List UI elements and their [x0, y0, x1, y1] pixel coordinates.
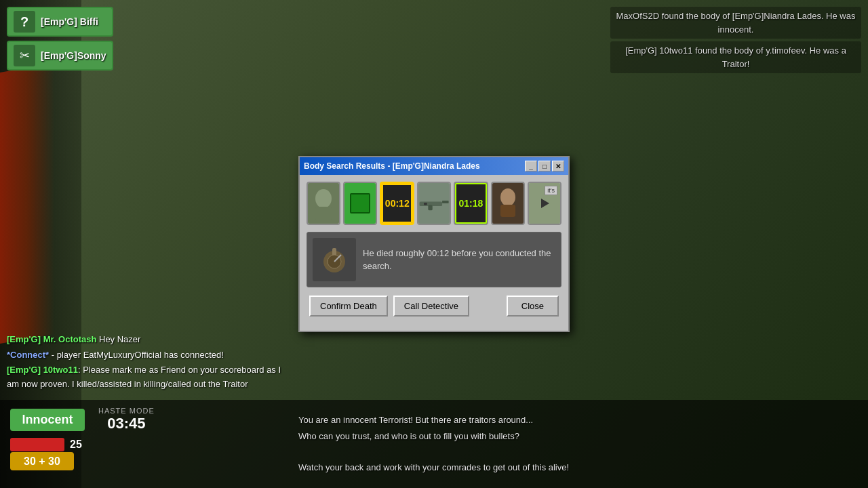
modal-controls: _ □ ✕: [525, 161, 564, 171]
evidence-card-suspect[interactable]: [491, 182, 525, 225]
death-desc-text: He died roughly 00:12 before you conduct…: [363, 247, 555, 273]
svg-rect-3: [442, 201, 449, 203]
evidence-strip: 00:12: [307, 182, 561, 225]
evidence-card-team[interactable]: [343, 182, 377, 225]
modal-buttons-row: Confirm Death Call Detective Close: [307, 296, 561, 317]
ev-video-display: it's: [529, 183, 560, 224]
confirm-death-button[interactable]: Confirm Death: [309, 296, 388, 317]
svg-point-0: [315, 189, 332, 208]
ev-time-value: 00:12: [385, 198, 410, 209]
svg-point-6: [500, 188, 515, 206]
death-info-box: He died roughly 00:12 before you conduct…: [307, 232, 561, 287]
modal-body: 00:12: [300, 175, 568, 323]
modal-title: Body Search Results - [Emp'G]Niandra Lad…: [304, 161, 480, 171]
svg-marker-8: [541, 199, 549, 208]
ev-time-display: 00:12: [382, 184, 412, 223]
ev-lastseen-value: 01:18: [459, 198, 484, 209]
svg-rect-4: [428, 205, 432, 210]
ev-player-face: [308, 183, 339, 224]
modal-close-x-button[interactable]: ✕: [552, 161, 564, 171]
evidence-card-time[interactable]: 00:12: [380, 182, 414, 225]
death-description: He died roughly 00:12 before you conduct…: [363, 238, 555, 281]
evidence-card-face[interactable]: [307, 182, 340, 225]
svg-rect-5: [424, 203, 427, 205]
ev-weapon-display: [418, 183, 450, 224]
body-search-modal: Body Search Results - [Emp'G]Niandra Lad…: [298, 156, 570, 332]
close-button[interactable]: Close: [507, 296, 559, 317]
evidence-card-video[interactable]: it's: [528, 182, 561, 225]
evidence-card-lastseen[interactable]: 01:18: [454, 182, 488, 225]
call-detective-button[interactable]: Call Detective: [393, 296, 469, 317]
ev-suspect-display: [492, 183, 524, 224]
evidence-card-weapon[interactable]: [417, 182, 451, 225]
death-thumbnail: [313, 238, 356, 281]
ev-team-indicator: [344, 183, 376, 224]
modal-titlebar: Body Search Results - [Emp'G]Niandra Lad…: [300, 157, 568, 175]
svg-rect-7: [500, 205, 515, 217]
modal-restore-button[interactable]: □: [538, 161, 551, 171]
svg-rect-1: [315, 207, 332, 220]
ev-lastseen-display: 01:18: [455, 183, 486, 224]
modal-overlay: Body Search Results - [Emp'G]Niandra Lad…: [0, 0, 868, 488]
modal-minimize-button[interactable]: _: [525, 161, 537, 171]
